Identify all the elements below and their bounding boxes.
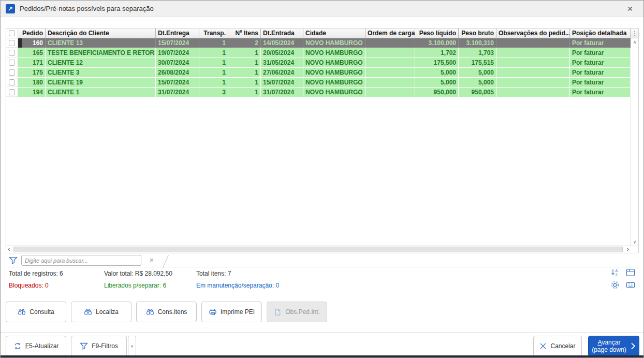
col-header-cliente[interactable]: Descrição do Cliente	[46, 28, 156, 38]
cell-ordem-carga[interactable]	[365, 88, 415, 97]
col-header-peso-bruto[interactable]: Peso bruto	[459, 28, 496, 38]
cell-peso-liquido[interactable]: 950,000	[415, 88, 459, 97]
avancar-button[interactable]: Avançar (page down)	[588, 336, 639, 356]
cell-posicao[interactable]: Por faturar	[570, 78, 631, 87]
row-checkbox[interactable]	[9, 50, 15, 56]
cell-peso-liquido[interactable]: 175,500	[415, 58, 459, 67]
col-header-ordem-carga[interactable]: Ordem de carga	[365, 28, 415, 38]
row-checkbox[interactable]	[9, 60, 15, 66]
cell-posicao[interactable]: Por faturar	[570, 58, 631, 67]
select-all-checkbox[interactable]	[9, 30, 15, 36]
table-row[interactable]: 194 CLIENTE 1 31/07/2024 3 1 31/07/2024 …	[6, 88, 638, 97]
cell-cidade[interactable]: NOVO HAMBURGO	[303, 88, 365, 97]
localiza-button[interactable]: Localiza	[71, 302, 131, 322]
sort-az-icon[interactable]: A Z	[610, 268, 620, 277]
cell-pedido[interactable]: 171	[22, 58, 46, 67]
cell-dt-entrada[interactable]: 31/07/2024	[261, 88, 303, 97]
col-header-observacoes[interactable]: Observações do pedid...	[496, 28, 570, 38]
consulta-button[interactable]: Consulta	[6, 302, 66, 322]
cell-dt-entrega[interactable]: 19/07/2024	[156, 48, 199, 58]
col-header-pedido[interactable]: Pedido	[18, 28, 46, 38]
row-checkbox-cell[interactable]	[6, 48, 18, 58]
row-checkbox-cell[interactable]	[6, 58, 18, 67]
cell-peso-liquido[interactable]: 5,000	[415, 78, 459, 87]
close-icon[interactable]: ×	[624, 3, 636, 16]
cell-transp[interactable]: 3	[199, 88, 228, 97]
select-all-cell[interactable]	[6, 28, 18, 38]
col-header-n-itens[interactable]: Nº Itens	[228, 28, 261, 38]
row-checkbox-cell[interactable]	[6, 38, 18, 48]
cell-ordem-carga[interactable]	[365, 58, 415, 67]
col-header-peso-liquido[interactable]: Peso líquido	[415, 28, 459, 38]
vertical-scrollbar[interactable]: ∧ ∨	[631, 38, 638, 246]
cell-peso-bruto[interactable]: 1,703	[459, 48, 496, 58]
cell-ordem-carga[interactable]	[365, 68, 415, 77]
cell-cliente[interactable]: CLIENTE 13	[46, 38, 156, 48]
row-checkbox[interactable]	[9, 89, 15, 95]
cell-pedido[interactable]: 175	[22, 68, 46, 77]
scroll-right-icon[interactable]: ›	[627, 246, 629, 253]
row-checkbox-cell[interactable]	[6, 78, 18, 87]
cell-observacoes[interactable]	[496, 38, 570, 48]
cell-ordem-carga[interactable]	[365, 38, 415, 48]
cell-n-itens[interactable]: 1	[228, 58, 261, 67]
cell-transp[interactable]: 1	[199, 38, 228, 48]
cell-observacoes[interactable]	[496, 48, 570, 58]
cell-dt-entrada[interactable]: 14/05/2024	[261, 38, 303, 48]
cell-ordem-carga[interactable]	[365, 48, 415, 58]
imprime-pei-button[interactable]: Imprime PEI	[201, 302, 262, 322]
cell-transp[interactable]: 1	[199, 68, 228, 77]
cell-cliente[interactable]: CLIENTE 19	[46, 78, 156, 87]
cell-peso-bruto[interactable]: 5,000	[459, 68, 496, 77]
cell-transp[interactable]: 1	[199, 78, 228, 87]
cell-cidade[interactable]: NOVO HAMBURGO	[303, 78, 365, 87]
cell-cidade[interactable]: NOVO HAMBURGO	[303, 48, 365, 58]
cell-dt-entrada[interactable]: 31/05/2024	[261, 58, 303, 67]
cell-dt-entrega[interactable]: 15/07/2024	[156, 38, 199, 48]
cell-n-itens[interactable]: 1	[228, 78, 261, 87]
keyboard-icon[interactable]	[626, 280, 635, 290]
cell-ordem-carga[interactable]	[365, 78, 415, 87]
cell-posicao[interactable]: Por faturar	[570, 48, 631, 58]
filtros-dropdown-button[interactable]: ▾	[128, 336, 136, 356]
cell-peso-bruto[interactable]: 950,005	[459, 88, 496, 97]
cancelar-button[interactable]: Cancelar	[533, 336, 582, 356]
table-row[interactable]: 165 TESTE BENEFICIAMENTO E RETORNO I 19/…	[6, 48, 638, 58]
cell-peso-bruto[interactable]: 5,000	[459, 78, 496, 87]
cell-observacoes[interactable]	[496, 58, 570, 67]
table-row[interactable]: 175 CLIENTE 3 26/08/2024 1 1 27/06/2024 …	[6, 68, 638, 77]
row-checkbox[interactable]	[9, 79, 15, 85]
cell-posicao[interactable]: Por faturar	[570, 38, 631, 48]
col-header-cidade[interactable]: Cidade	[303, 28, 365, 38]
search-input[interactable]	[21, 255, 141, 266]
cell-cidade[interactable]: NOVO HAMBURGO	[303, 38, 365, 48]
cell-transp[interactable]: 1	[199, 58, 228, 67]
col-header-posicao[interactable]: Posição detalhada	[570, 28, 631, 38]
settings-gear-icon[interactable]	[610, 280, 620, 290]
col-header-dt-entrada[interactable]: Dt.Entrada	[261, 28, 303, 38]
cell-peso-bruto[interactable]: 3.100,310	[459, 38, 496, 48]
cons-itens-button[interactable]: Cons.itens	[136, 302, 197, 322]
cell-n-itens[interactable]: 1	[228, 88, 261, 97]
cell-dt-entrada[interactable]: 20/05/2024	[261, 48, 303, 58]
scrollbar-thumb[interactable]	[13, 247, 623, 252]
cell-pedido[interactable]: 165	[22, 48, 46, 58]
cell-dt-entrega[interactable]: 15/07/2024	[156, 78, 199, 87]
f9-filtros-button[interactable]: F9-Filtros	[71, 336, 127, 356]
cell-peso-liquido[interactable]: 3.100,000	[415, 38, 459, 48]
cell-cliente[interactable]: CLIENTE 1	[46, 88, 156, 97]
row-checkbox-cell[interactable]	[6, 68, 18, 77]
cell-observacoes[interactable]	[496, 78, 570, 87]
scroll-left-icon[interactable]: ‹	[8, 246, 10, 253]
cell-pedido[interactable]: 180	[22, 78, 46, 87]
table-row[interactable]: 171 CLIENTE 12 30/07/2024 1 1 31/05/2024…	[6, 58, 638, 67]
cell-cidade[interactable]: NOVO HAMBURGO	[303, 68, 365, 77]
row-checkbox-cell[interactable]	[6, 88, 18, 97]
scroll-down-icon[interactable]: ∨	[631, 239, 638, 245]
cell-observacoes[interactable]	[496, 68, 570, 77]
layout-columns-icon[interactable]	[626, 268, 635, 277]
cell-posicao[interactable]: Por faturar	[570, 68, 631, 77]
cell-dt-entrada[interactable]: 15/07/2024	[261, 78, 303, 87]
cell-dt-entrega[interactable]: 31/07/2024	[156, 88, 199, 97]
table-row[interactable]: 160 CLIENTE 13 15/07/2024 1 2 14/05/2024…	[6, 38, 638, 48]
